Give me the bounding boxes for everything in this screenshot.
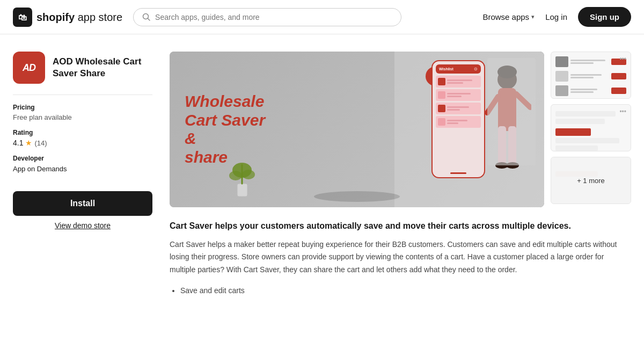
logo: 🛍 shopify app store — [13, 8, 122, 27]
thumb-1-inner: ••• — [551, 52, 631, 98]
rating-row: 4.1 ★ (14) — [13, 139, 152, 147]
browse-apps-label: Browse apps — [482, 12, 529, 21]
divider — [13, 94, 152, 95]
install-button[interactable]: Install — [13, 191, 152, 216]
svg-point-16 — [229, 171, 242, 180]
app-icon-text: AD — [23, 62, 35, 74]
app-title: AOD Wholesale Cart Saver Share — [53, 56, 152, 79]
star-icon: ★ — [25, 139, 32, 147]
rating-count: (14) — [34, 139, 47, 147]
main-content: AD AOD Wholesale Cart Saver Share Pricin… — [0, 34, 644, 314]
rating-section: Rating 4.1 ★ (14) — [13, 129, 152, 147]
thumbnail-1[interactable]: ••• — [551, 52, 631, 99]
illus-text-line4: share — [185, 148, 265, 167]
description-body: Cart Saver helps a maker better repeat b… — [170, 238, 631, 275]
developer-link[interactable]: App on Demands — [13, 165, 67, 173]
thumb-dots-2: ••• — [619, 108, 626, 115]
search-input[interactable] — [155, 13, 392, 21]
logo-appstore: app store — [78, 11, 122, 23]
developer-section: Developer App on Demands — [13, 155, 152, 173]
illus-text-line3: & — [185, 129, 265, 148]
right-content: Wholesale Cart Saver & share Wishlist ⊙ — [170, 52, 631, 297]
sidebar: AD AOD Wholesale Cart Saver Share Pricin… — [13, 52, 152, 297]
app-icon: AD — [13, 52, 45, 84]
login-button[interactable]: Log in — [545, 12, 567, 21]
app-header: AD AOD Wholesale Cart Saver Share — [13, 52, 152, 84]
thumb-2-inner: ••• — [551, 105, 631, 151]
more-badge: + 1 more — [551, 157, 631, 203]
signup-button[interactable]: Sign up — [578, 7, 631, 27]
rating-label: Rating — [13, 129, 152, 136]
browse-apps-button[interactable]: Browse apps ▾ — [482, 12, 535, 21]
logo-shopify: shopify — [36, 11, 75, 23]
header: 🛍 shopify app store Browse apps ▾ Log in… — [0, 0, 644, 34]
nav-right: Browse apps ▾ Log in Sign up — [482, 7, 631, 27]
thumbnail-2[interactable]: ••• — [551, 104, 631, 151]
description-title: Cart Saver helps your customers automati… — [170, 220, 631, 232]
thumbnail-3[interactable]: + 1 more — [551, 157, 631, 204]
demo-link[interactable]: View demo store — [13, 221, 152, 230]
images-grid: Wholesale Cart Saver & share Wishlist ⊙ — [170, 52, 631, 207]
logo-text: shopify app store — [36, 12, 122, 23]
illustration-container: Wholesale Cart Saver & share Wishlist ⊙ — [170, 52, 544, 207]
pricing-section: Pricing Free plan available — [13, 104, 152, 121]
shopify-logo-icon: 🛍 — [13, 8, 32, 27]
wishlist-label: Wishlist — [439, 67, 453, 71]
illus-text-line2: Cart Saver — [185, 111, 265, 130]
rating-value: 4.1 — [13, 139, 23, 147]
thumb-dots-1: ••• — [619, 55, 626, 63]
thumbnails: ••• — [551, 52, 631, 207]
svg-line-3 — [148, 18, 150, 20]
more-badge-label: + 1 more — [577, 177, 605, 185]
bullet-item-1: Save and edit carts — [180, 285, 631, 297]
pricing-value: Free plan available — [13, 113, 152, 121]
developer-label: Developer — [13, 155, 152, 162]
svg-point-17 — [242, 170, 255, 179]
illustration: Wholesale Cart Saver & share Wishlist ⊙ — [170, 52, 544, 207]
search-icon — [142, 13, 151, 21]
chevron-down-icon: ▾ — [531, 13, 535, 20]
search-bar[interactable] — [133, 8, 401, 26]
svg-text:🛍: 🛍 — [18, 12, 27, 22]
floor-ellipse — [314, 191, 400, 202]
illus-text-line1: Wholesale — [185, 92, 265, 111]
pricing-label: Pricing — [13, 104, 152, 111]
main-image[interactable]: Wholesale Cart Saver & share Wishlist ⊙ — [170, 52, 544, 207]
svg-rect-13 — [237, 184, 247, 197]
bullet-list: Save and edit carts — [170, 285, 631, 297]
